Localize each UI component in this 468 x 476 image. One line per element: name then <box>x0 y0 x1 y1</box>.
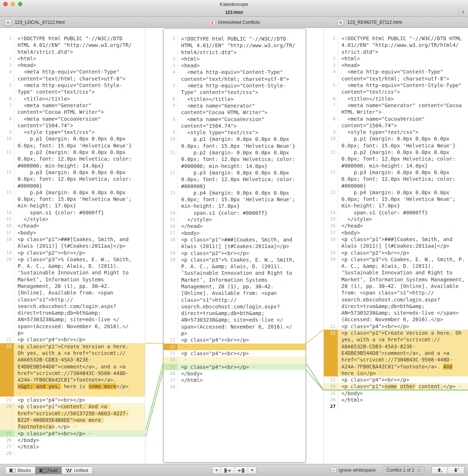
code-text: <meta name="Generator" content="Cocoa HT… <box>338 102 468 116</box>
code-text: <body> <box>14 229 145 236</box>
line-number: 8 <box>324 116 338 129</box>
code-text: p.p2 {margin: 0.0px 0.0px 0.0px 0.0px;​ … <box>14 149 145 169</box>
ignore-whitespace-checkbox[interactable]: ✓ <box>331 468 336 473</box>
code-line: 27</​html> <box>164 377 306 383</box>
code-line: 12 p.p3 {margin: 0.0px 0.0px 0.0px 0.0px… <box>0 169 145 189</box>
code-line: 11 p.p2 {margin: 0.0px 0.0px 0.0px 0.0px… <box>324 149 468 169</box>
code-text: <!DOCTYPE html PUBLIC "-/​/​W3C/​/​DTD H… <box>178 35 306 56</box>
code-line: 14 span.s1 {color: #0000ff} <box>0 209 145 216</box>
copy-left-options-button[interactable] <box>248 467 256 474</box>
line-number: 14 <box>0 209 14 216</box>
line-number: 8 <box>164 116 178 130</box>
local-pane[interactable]: 1<!DOCTYPE html PUBLIC "-/​/​W3C/​/​DTD … <box>0 28 145 464</box>
code-line: 24<p class="p1">content. And <a href="sc… <box>0 403 145 430</box>
fluid-mode-button[interactable]: Fluid <box>35 467 62 474</box>
line-number: 11 <box>164 149 178 169</box>
line-number: 2 <box>164 56 178 62</box>
code-text: <p class="p3">% Coakes, E. W., Smith, P.… <box>178 256 306 337</box>
remote-pane[interactable]: 1<!DOCTYPE html PUBLIC "-/​/​W3C/​/​DTD … <box>323 28 468 464</box>
blocks-mode-button[interactable]: Blocks <box>5 467 35 474</box>
code-line: 26</​body> <box>164 370 306 377</box>
code-line: 4 <meta http-equiv="Content-Type" conten… <box>324 68 468 82</box>
code-text: <p class="p1">Create Version a here. Oh … <box>338 330 468 376</box>
code-line: 1<!DOCTYPE html PUBLIC "-/​/​W3C/​/​DTD … <box>164 35 306 56</box>
unified-icon <box>66 469 72 472</box>
line-number: 21 <box>324 323 338 330</box>
code-line: 18<p class="p1">###[Coakes, Smith, and A… <box>164 236 306 250</box>
code-text: <p class="p1">Create Version a here. Oh … <box>14 343 145 397</box>
code-text: <p class="p3">% Coakes, E. W., Smith, P.… <box>338 256 468 323</box>
code-line: 24<p class="p1">some other content.</​p>… <box>324 383 468 390</box>
blocks-icon <box>10 469 15 472</box>
merged-pane[interactable]: 1<!DOCTYPE html PUBLIC "-/​/​W3C/​/​DTD … <box>163 29 306 462</box>
line-number: 3 <box>164 62 178 69</box>
new-tab-button[interactable]: + <box>458 8 468 17</box>
copy-right-options-button[interactable] <box>213 467 221 474</box>
code-text: <p class="p2"><br></​p> <box>178 250 306 256</box>
code-text: <p class="p4"><br></​p> <box>14 397 145 403</box>
next-change-button[interactable] <box>448 466 464 474</box>
code-text: </​body> <box>178 370 306 377</box>
app-title: Kaleidoscope <box>0 0 468 8</box>
conflict-counter[interactable]: Conflict 1 of 2 ⚠ <box>382 466 425 474</box>
ignore-whitespace-control[interactable]: ✓ Ignore whitespace <box>331 468 375 473</box>
blocks-label: Blocks <box>18 468 31 473</box>
code-line: 5 <meta http-equiv="Content-Style-Type" … <box>324 82 468 95</box>
code-text: p.p3 {margin: 0.0px 0.0px 0.0px 0.0px;​ … <box>14 169 145 189</box>
code-text: ¬ <box>178 344 306 350</box>
line-number: 20 <box>164 256 178 337</box>
code-line: 6 <title></​title> <box>164 96 306 102</box>
chevron-down-icon <box>251 469 254 471</box>
code-line: 4 <meta http-equiv="Content-Type" conten… <box>164 69 306 82</box>
code-line: 19<p class="p2"><br></​p> <box>324 250 468 256</box>
code-line: 20<p class="p3">% Coakes, E. W., Smith, … <box>164 256 306 337</box>
middle-right-connectors <box>306 28 323 464</box>
line-number: 11 <box>0 149 14 169</box>
code-text: <meta name="Generator" content="Cocoa HT… <box>14 102 145 116</box>
code-line: 2<html> <box>324 55 468 62</box>
toolbar-right-cluster: ✓ Ignore whitespace Conflict 1 of 2 ⚠ <box>331 466 464 474</box>
code-line: 21<p class="p4"><br></​p> <box>164 337 306 343</box>
code-line: 20<p class="p3">% Coakes, E. W., Smith, … <box>324 256 468 323</box>
previous-change-button[interactable] <box>432 466 448 474</box>
file-b-badge: B <box>337 19 344 26</box>
push-left-icon <box>237 468 245 473</box>
code-text: <!DOCTYPE html PUBLIC "-/​/​W3C/​/​DTD H… <box>14 35 145 55</box>
line-number: 23 <box>164 350 178 357</box>
line-number: 1 <box>164 35 178 56</box>
copy-to-right-button[interactable] <box>221 467 235 474</box>
line-number: 24 <box>164 357 178 363</box>
copy-to-left-button[interactable] <box>235 467 248 474</box>
code-text: </​body> <box>14 437 145 443</box>
code-text: <html> <box>14 55 145 62</box>
code-line: 28 <box>0 450 145 457</box>
code-text: <p class="p1">some other content.</​p> ¬ <box>338 383 468 390</box>
line-number: 18 <box>0 236 14 250</box>
code-line: 16</​head> <box>0 222 145 229</box>
code-text: p.p2 {margin: 0.0px 0.0px 0.0px 0.0px;​ … <box>178 149 306 169</box>
code-line: 3<head> <box>324 62 468 68</box>
code-text: </​style> <box>14 216 145 222</box>
file-header-bar: A 123_LOCAL_87112.html 2 Unresolved Conf… <box>0 17 468 28</box>
code-line: 14 span.s1 {color: #0000ff} <box>324 209 468 216</box>
document-tab[interactable]: 123.html <box>0 8 468 17</box>
line-number: 1 <box>0 35 14 55</box>
code-line: 10 p.p1 {margin: 0.0px 0.0px 0.0px 0.0px… <box>0 135 145 149</box>
code-line: 27 <box>324 403 468 410</box>
code-text: p.p3 {margin: 0.0px 0.0px 0.0px 0.0px;​ … <box>178 169 306 190</box>
merge-actions-control <box>212 466 257 474</box>
line-number: 8 <box>0 116 14 129</box>
code-text: <meta http-equiv="Content-Type" content=… <box>14 68 145 82</box>
code-text: <p class="p4"><br></​p> <box>338 323 468 330</box>
code-text: <meta name="CocoaVersion" content="1504.… <box>178 116 306 130</box>
code-text: p.p4 {margin: 0.0px 0.0px 0.0px 0.0px;​ … <box>14 189 145 209</box>
prev-change-icon <box>437 468 442 473</box>
line-number: 14 <box>324 209 338 216</box>
code-text: <meta name="CocoaVersion" content="1504.… <box>14 116 145 129</box>
code-text: <style type="text/​css"> <box>178 129 306 136</box>
unified-mode-button[interactable]: Unified <box>62 467 92 474</box>
code-line: 25</​body> <box>324 390 468 397</box>
code-line: 10 p.p1 {margin: 0.0px 0.0px 0.0px 0.0px… <box>324 135 468 149</box>
code-text: p.p1 {margin: 0.0px 0.0px 0.0px 0.0px;​ … <box>178 136 306 149</box>
local-code-view: 1<!DOCTYPE html PUBLIC "-/​/​W3C/​/​DTD … <box>0 28 145 457</box>
